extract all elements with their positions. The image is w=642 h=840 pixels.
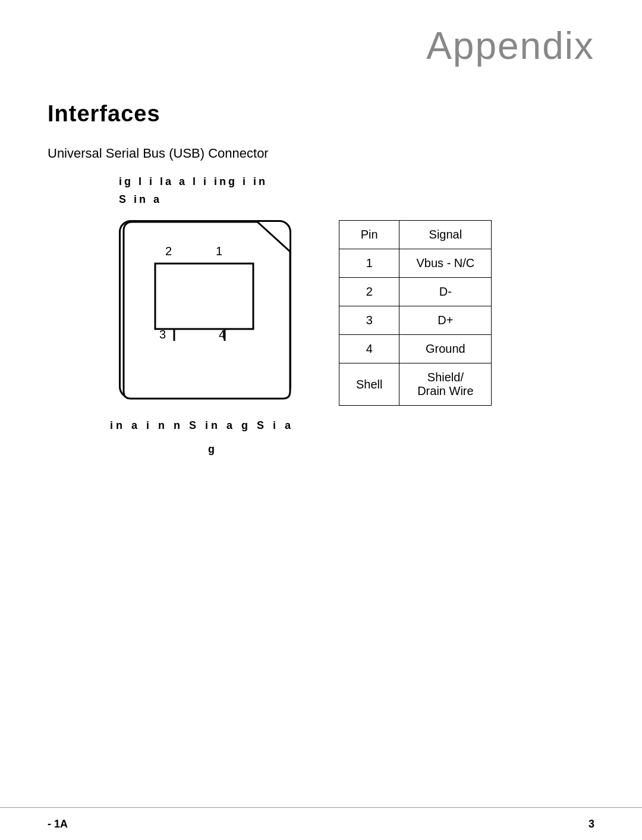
section-title: Interfaces bbox=[48, 101, 160, 127]
signal-table: Pin Signal 1 Vbus - N/C 2 D- 3 D+ 4 Grou… bbox=[339, 220, 492, 406]
footer-left-text: - 1A bbox=[48, 818, 68, 830]
figure-label-line2: S in a bbox=[119, 193, 162, 206]
table-row: Shell Shield/Drain Wire bbox=[339, 363, 492, 406]
bottom-caption-line2: g bbox=[208, 443, 216, 456]
signal-shell-value: Shield/Drain Wire bbox=[399, 363, 492, 406]
diagram-outer-border: 2 1 3 4 bbox=[119, 220, 291, 399]
table-header-pin: Pin bbox=[339, 221, 399, 249]
table-row: 1 Vbus - N/C bbox=[339, 249, 492, 278]
pin-shell-label: Shell bbox=[339, 363, 399, 406]
pin-label-2: 2 bbox=[165, 245, 172, 258]
connector-outline-svg bbox=[121, 222, 293, 400]
table-header-signal: Signal bbox=[399, 221, 492, 249]
figure-label-line1: ig I i la a l i ing i in bbox=[119, 175, 268, 188]
signal-1-value: Vbus - N/C bbox=[399, 249, 492, 278]
usb-connector-diagram: 2 1 3 4 bbox=[119, 220, 297, 405]
signal-3-value: D+ bbox=[399, 306, 492, 335]
footer-right-text: 3 bbox=[588, 818, 594, 830]
page-container: Appendix Interfaces Universal Serial Bus… bbox=[0, 0, 642, 840]
page-title: Appendix bbox=[426, 24, 594, 68]
section-subtitle: Universal Serial Bus (USB) Connector bbox=[48, 146, 269, 161]
pin-3-number: 3 bbox=[339, 306, 399, 335]
table-row: 3 D+ bbox=[339, 306, 492, 335]
pin-label-1: 1 bbox=[216, 245, 222, 258]
svg-rect-0 bbox=[155, 264, 253, 329]
signal-2-value: D- bbox=[399, 278, 492, 306]
pin-label-4: 4 bbox=[219, 328, 225, 341]
footer: - 1A 3 bbox=[0, 807, 642, 840]
bottom-caption-line1: in a i n n S in a g S i a bbox=[110, 419, 294, 432]
pin-1-number: 1 bbox=[339, 249, 399, 278]
pin-2-number: 2 bbox=[339, 278, 399, 306]
table-row: 2 D- bbox=[339, 278, 492, 306]
pin-label-3: 3 bbox=[159, 328, 166, 341]
pin-4-number: 4 bbox=[339, 335, 399, 363]
signal-4-value: Ground bbox=[399, 335, 492, 363]
table-row: 4 Ground bbox=[339, 335, 492, 363]
